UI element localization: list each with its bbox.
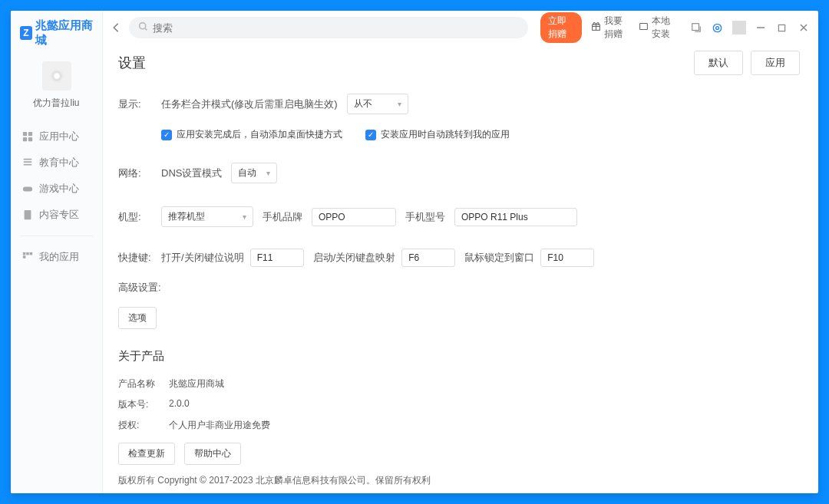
svg-rect-3: [28, 137, 31, 141]
phone-model-input[interactable]: OPPO R11 Plus: [454, 208, 577, 226]
check-icon: ✓: [161, 130, 172, 140]
book-icon: [21, 157, 33, 169]
model-row: 机型: 推荐机型 ▾ 手机品牌 OPPO 手机型号 OPPO R11 Plus: [118, 206, 800, 227]
search-icon: [138, 21, 148, 34]
recommend-model-select[interactable]: 推荐机型 ▾: [161, 206, 253, 227]
svg-point-13: [140, 23, 146, 29]
logo-text: 兆懿应用商城: [35, 18, 96, 48]
chevron-updown-icon: ▾: [266, 169, 270, 177]
dns-label: DNS设置模式: [161, 166, 222, 180]
nav-main: 应用中心 教育中心 游戏中心 内容专区: [11, 120, 102, 231]
advanced-label: 高级设置:: [118, 281, 800, 295]
svg-rect-15: [640, 23, 648, 29]
phone-model-label: 手机型号: [405, 210, 445, 224]
minimize-button[interactable]: [754, 21, 768, 35]
sidebar: Z 兆懿应用商城 优力普拉liu 应用中心 教育中心: [11, 11, 103, 493]
svg-rect-4: [23, 159, 31, 160]
checkbox-auto-jump[interactable]: ✓ 安装应用时自动跳转到我的应用: [365, 128, 510, 141]
sidebar-item-my-apps[interactable]: 我的应用: [11, 244, 102, 270]
display-label: 显示:: [118, 97, 152, 111]
svg-point-18: [716, 26, 719, 29]
sidebar-item-label: 应用中心: [39, 130, 79, 143]
sidebar-item-label: 我的应用: [39, 250, 79, 264]
about-buttons: 检查更新 帮助中心: [118, 443, 800, 465]
shortcuts-row: 快捷键: 打开/关闭键位说明 F11 启动/关闭键盘映射 F6 鼠标锁定到窗口 …: [118, 249, 800, 267]
close-button[interactable]: [797, 21, 811, 35]
svg-rect-8: [24, 210, 31, 219]
svg-point-17: [714, 24, 722, 31]
svg-rect-19: [779, 25, 785, 31]
sc1-label: 打开/关闭键位说明: [161, 251, 244, 265]
logo-icon: Z: [20, 26, 32, 40]
about-version-row: 版本号: 2.0.0: [118, 398, 800, 411]
search-box[interactable]: [129, 17, 528, 38]
chevron-updown-icon: ▾: [398, 100, 401, 108]
svg-rect-11: [29, 252, 32, 255]
dns-select[interactable]: 自动 ▾: [231, 163, 277, 183]
i-donate-link[interactable]: 我要捐赠: [588, 15, 629, 41]
apply-button[interactable]: 应用: [751, 51, 800, 75]
svg-rect-2: [22, 137, 26, 141]
svg-rect-1: [28, 132, 31, 136]
user-profile[interactable]: 优力普拉liu: [11, 54, 102, 120]
donate-now-button[interactable]: 立即捐赠: [540, 12, 582, 43]
sidebar-item-label: 教育中心: [39, 156, 79, 170]
maximize-button[interactable]: [775, 21, 789, 35]
network-row: 网络: DNS设置模式 自动 ▾: [118, 163, 800, 183]
window-controls: [689, 21, 811, 35]
sc2-label: 启动/关闭键盘映射: [313, 251, 396, 265]
about-auth-row: 授权: 个人用户非商业用途免费: [118, 419, 800, 432]
brand-label: 手机品牌: [263, 210, 302, 224]
grid-icon: [21, 131, 33, 143]
doc-icon: [21, 209, 33, 221]
svg-rect-10: [26, 252, 29, 255]
shortcuts-label: 快捷键:: [118, 251, 152, 265]
nav-secondary: 我的应用: [11, 241, 102, 273]
sidebar-item-content[interactable]: 内容专区: [11, 202, 102, 228]
sc3-input[interactable]: F10: [540, 249, 594, 267]
back-button[interactable]: [109, 18, 123, 38]
help-center-button[interactable]: 帮助中心: [184, 443, 241, 465]
divider: [732, 21, 746, 35]
copyright-text: 版权所有 Copyright © 2017-2023 北京麟卓信息科技有限公司。…: [118, 474, 800, 487]
svg-rect-12: [22, 255, 25, 259]
sidebar-item-education[interactable]: 教育中心: [11, 150, 102, 176]
display-checkboxes: ✓ 应用安装完成后，自动添加桌面快捷方式 ✓ 安装应用时自动跳转到我的应用: [161, 128, 800, 141]
sc1-input[interactable]: F11: [250, 249, 304, 267]
svg-rect-6: [23, 164, 31, 166]
topbar: 立即捐赠 我要捐赠 本地安装: [103, 11, 818, 44]
app-logo: Z 兆懿应用商城: [11, 11, 102, 54]
settings-header: 设置 默认 应用: [118, 51, 800, 75]
options-button[interactable]: 选项: [118, 307, 157, 329]
check-icon: ✓: [365, 130, 376, 140]
svg-rect-5: [23, 161, 31, 163]
apps-icon: [21, 252, 33, 263]
gamepad-icon: [21, 183, 33, 195]
chevron-updown-icon: ▾: [243, 212, 246, 221]
main: 立即捐赠 我要捐赠 本地安装: [103, 11, 818, 493]
sc2-input[interactable]: F6: [401, 249, 455, 267]
search-input[interactable]: [153, 22, 519, 34]
gear-icon[interactable]: [711, 21, 725, 35]
brand-input[interactable]: OPPO: [312, 208, 396, 226]
sidebar-item-games[interactable]: 游戏中心: [11, 176, 102, 202]
avatar-icon: [52, 71, 61, 81]
checkbox-auto-shortcut[interactable]: ✓ 应用安装完成后，自动添加桌面快捷方式: [161, 128, 342, 141]
sidebar-item-label: 游戏中心: [39, 182, 79, 196]
default-button[interactable]: 默认: [694, 51, 743, 75]
about-title: 关于产品: [118, 349, 800, 364]
taskbar-merge-select[interactable]: 从不 ▾: [347, 94, 408, 114]
svg-rect-9: [22, 252, 25, 255]
sidebar-item-app-center[interactable]: 应用中心: [11, 124, 102, 150]
taskbar-merge-label: 任务栏合并模式(修改后需重启电脑生效): [161, 97, 338, 111]
download-icon: [639, 21, 649, 34]
local-install-link[interactable]: 本地安装: [636, 15, 677, 41]
check-update-button[interactable]: 检查更新: [118, 443, 175, 465]
popout-icon[interactable]: [689, 21, 703, 35]
svg-rect-16: [692, 24, 699, 31]
username: 优力普拉liu: [33, 97, 79, 110]
display-row: 显示: 任务栏合并模式(修改后需重启电脑生效) 从不 ▾: [118, 94, 800, 114]
gift-icon: [591, 21, 601, 34]
divider: [20, 236, 93, 236]
settings-content: 设置 默认 应用 显示: 任务栏合并模式(修改后需重启电脑生效) 从不 ▾ ✓ …: [103, 44, 818, 493]
